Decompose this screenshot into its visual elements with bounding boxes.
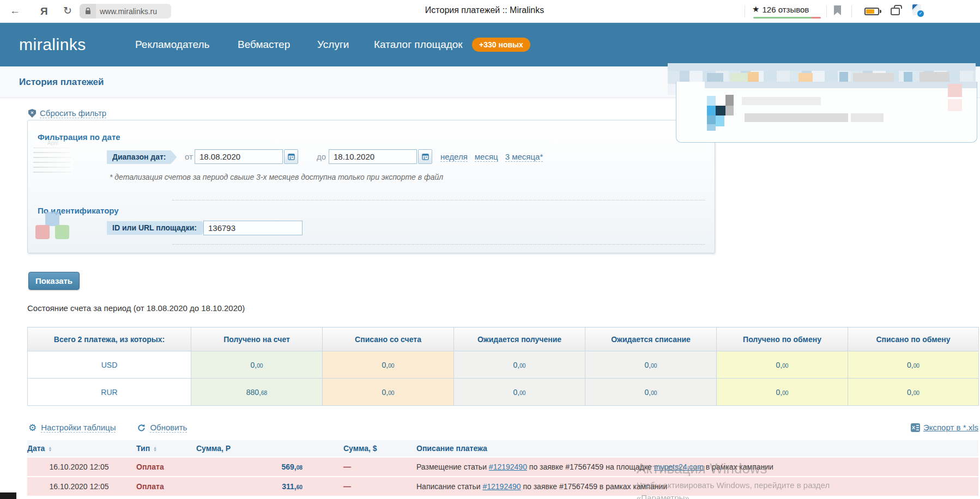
page-title: История платежей: [19, 77, 104, 88]
payment-amount-rub: 311,60: [282, 482, 303, 491]
payment-type: Оплата: [136, 482, 164, 491]
summary-row-rur: RUR 880,68 0,00 0,00 0,00 0,00 0,00: [28, 379, 979, 406]
summary-col-total: Всего 2 платежа, из которых:: [28, 327, 191, 351]
calendar-picker-icon[interactable]: [418, 149, 432, 164]
from-label: от: [185, 152, 193, 161]
sort-icons[interactable]: ▲▼: [153, 446, 157, 452]
payment-date: 16.10.2020 12:05: [27, 477, 131, 496]
to-label: до: [317, 152, 326, 161]
nav-item-catalog[interactable]: Каталог площадок: [374, 39, 463, 51]
nav-item-advertiser[interactable]: Рекламодатель: [135, 39, 209, 51]
summary-col-pending-in: Ожидается получение: [454, 327, 585, 351]
taskbar-fragment: [0, 492, 16, 499]
refresh-icon: [137, 424, 146, 432]
lock-icon: [80, 4, 96, 19]
column-amount-rub: Сумма, Р: [196, 440, 311, 457]
quick-range-3months[interactable]: 3 месяца*: [505, 152, 543, 162]
payment-description: Написание статьи #12192490 по заявке #17…: [403, 477, 978, 496]
date-range-label: Диапазон дат:: [107, 150, 177, 164]
payment-row: 16.10.2020 12:05 Оплата 569,08 — Размеще…: [27, 458, 978, 476]
payment-description: Размещение статьи #12192490 по заявке #1…: [403, 458, 978, 476]
refresh-table-link[interactable]: Обновить: [150, 423, 187, 433]
payments-table: Дата▲▼ Тип▲▼ Сумма, Р Сумма, $ Описание …: [27, 439, 978, 497]
payments-header-row: Дата▲▼ Тип▲▼ Сумма, Р Сумма, $ Описание …: [27, 440, 978, 457]
summary-col-exchange-out: Списано по обмену: [848, 327, 979, 351]
summary-col-spent: Списано со счета: [323, 327, 454, 351]
address-bar[interactable]: www.miralinks.ru: [80, 4, 171, 19]
site-id-input[interactable]: [203, 221, 303, 235]
table-toolbar: ⚙ Настройки таблицы Обновить: [28, 423, 187, 433]
show-button[interactable]: Показать: [28, 272, 80, 290]
tabs-icon[interactable]: [891, 8, 900, 15]
calendar-graphic: April: [33, 140, 72, 174]
summary-row-usd: USD 0,00 0,00 0,00 0,00 0,00 0,00: [28, 351, 979, 379]
excel-icon: X: [911, 423, 920, 432]
new-sites-badge[interactable]: +330 новых: [472, 38, 530, 52]
nav-item-services[interactable]: Услуги: [317, 39, 349, 51]
payment-row: 16.10.2020 12:05 Оплата 311,60 — Написан…: [27, 477, 978, 496]
divider: [851, 5, 852, 17]
summary-caption: Состояние счета за период (от 18.08.2020…: [27, 303, 245, 313]
blurred-region: [676, 82, 977, 143]
article-link[interactable]: #12192490: [482, 482, 521, 491]
url-text: www.miralinks.ru: [96, 7, 157, 16]
browser-chrome: ← Я ↻ www.miralinks.ru История платежей …: [0, 0, 980, 23]
article-link[interactable]: #12192490: [489, 463, 527, 471]
column-type[interactable]: Тип▲▼: [131, 440, 196, 457]
column-description: Описание платежа: [403, 440, 978, 457]
summary-header-row: Всего 2 платежа, из которых: Получено на…: [28, 327, 979, 351]
reset-filter-icon: ×: [28, 109, 36, 118]
column-date[interactable]: Дата▲▼: [27, 440, 131, 457]
export-xls-link[interactable]: X Экспорт в *.xls: [911, 423, 978, 432]
payment-amount-rub: 569,08: [281, 463, 303, 471]
quick-range-links: неделя месяц 3 месяца*: [440, 152, 543, 162]
summary-col-received: Получено на счет: [191, 327, 323, 351]
currency-label: USD: [28, 351, 191, 379]
table-settings-link[interactable]: Настройки таблицы: [41, 423, 116, 433]
site-reviews-button[interactable]: ★ 126 отзывов: [752, 4, 809, 14]
reset-filter-label: Сбросить фильтр: [40, 108, 106, 118]
reviews-count: 126 отзывов: [762, 5, 809, 14]
date-to-input[interactable]: [329, 149, 417, 164]
export-label: Экспорт в *.xls: [923, 423, 978, 432]
sort-icons[interactable]: ▲▼: [48, 446, 52, 452]
downloads-icon[interactable]: [912, 4, 921, 15]
back-icon[interactable]: ←: [10, 4, 20, 17]
bookmark-icon[interactable]: [834, 5, 841, 15]
reload-icon[interactable]: ↻: [63, 4, 72, 17]
export-note: * детализация счетов за период свыше 3-х…: [110, 173, 443, 181]
battery-icon[interactable]: [864, 8, 879, 15]
reviews-rating-bar: [753, 17, 821, 19]
section-divider: [172, 244, 705, 245]
main-nav: miralinks Рекламодатель Вебмастер Услуги…: [0, 23, 980, 66]
site-id-label: ID или URL площадки:: [107, 221, 208, 235]
payment-amount-usd: —: [343, 463, 351, 471]
reset-filter-link[interactable]: × Сбросить фильтр: [28, 108, 106, 118]
divider: [826, 5, 827, 17]
payment-type: Оплата: [136, 463, 164, 471]
account-summary-table: Всего 2 платежа, из которых: Получено на…: [27, 327, 979, 406]
summary-col-pending-out: Ожидается списание: [585, 327, 717, 351]
quick-range-week[interactable]: неделя: [440, 152, 468, 162]
currency-label: RUR: [28, 379, 191, 406]
summary-col-exchange-in: Получено по обмену: [717, 327, 848, 351]
date-from-input[interactable]: [195, 149, 283, 164]
calendar-picker-icon[interactable]: [284, 149, 298, 164]
nav-item-webmaster[interactable]: Вебмастер: [238, 39, 290, 51]
gear-icon: ⚙: [28, 423, 37, 433]
divider: [745, 5, 745, 17]
section-divider: [172, 200, 705, 200]
cubes-graphic: [33, 212, 75, 242]
tab-title: История платежей :: Miralinks: [218, 5, 751, 15]
yandex-logo-icon[interactable]: Я: [40, 5, 48, 18]
quick-range-month[interactable]: месяц: [475, 152, 498, 162]
star-icon: ★: [752, 4, 759, 14]
filter-panel: Фильтрация по дате April Диапазон дат: о…: [27, 120, 715, 253]
browser-window: ← Я ↻ www.miralinks.ru История платежей …: [0, 0, 980, 499]
column-amount-usd: Сумма, $: [311, 440, 403, 457]
payment-amount-usd: —: [343, 482, 351, 491]
miralinks-logo[interactable]: miralinks: [19, 35, 86, 54]
payment-date: 16.10.2020 12:05: [27, 458, 131, 476]
site-link[interactable]: mypets24.com: [654, 463, 704, 471]
